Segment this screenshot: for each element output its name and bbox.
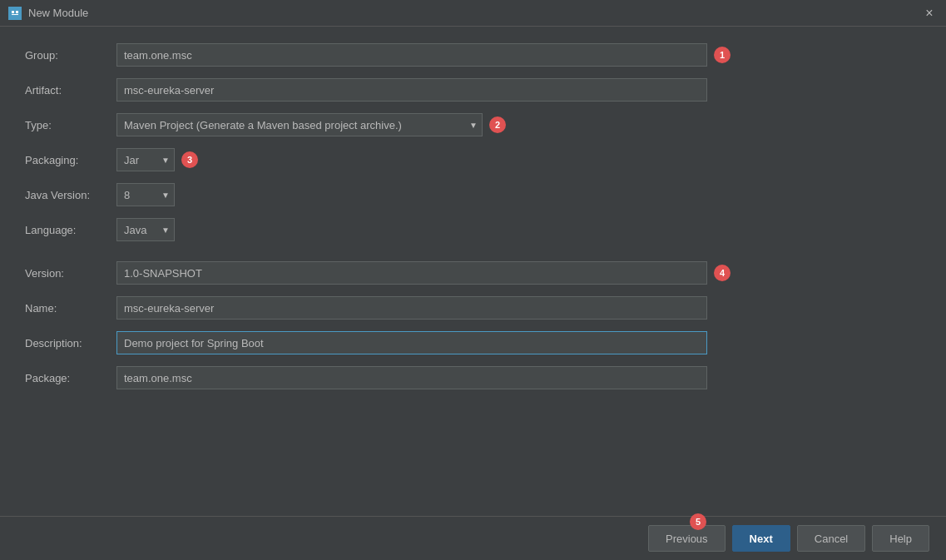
badge-4: 4 [714, 265, 731, 281]
svg-rect-3 [12, 14, 18, 15]
type-label: Type: [25, 119, 116, 131]
version-row: Version: 4 [25, 261, 921, 285]
artifact-input[interactable] [116, 78, 707, 102]
badge-3: 3 [181, 151, 198, 168]
packaging-label: Packaging: [25, 154, 116, 166]
description-label: Description: [25, 337, 116, 349]
description-row: Description: [25, 331, 921, 354]
svg-rect-2 [16, 11, 18, 13]
cancel-button[interactable]: Cancel [797, 525, 865, 552]
packaging-select-wrapper: Jar War ▼ [116, 148, 175, 171]
language-row: Language: Java Kotlin Groovy ▼ [25, 218, 921, 241]
title-bar: New Module × [0, 0, 946, 27]
form-area: Group: 1 Artifact: Type: Maven Project (… [25, 43, 921, 499]
language-select-wrapper: Java Kotlin Groovy ▼ [116, 218, 175, 241]
language-label: Language: [25, 224, 116, 236]
java-version-select-wrapper: 8 11 17 ▼ [116, 183, 175, 206]
description-input[interactable] [116, 331, 707, 354]
next-button[interactable]: Next [732, 525, 790, 552]
package-label: Package: [25, 372, 116, 384]
packaging-select[interactable]: Jar War [116, 148, 175, 171]
help-button[interactable]: Help [872, 525, 929, 552]
packaging-row: Packaging: Jar War ▼ 3 [25, 148, 921, 171]
group-row: Group: 1 [25, 43, 921, 67]
java-version-row: Java Version: 8 11 17 ▼ [25, 183, 921, 206]
name-label: Name: [25, 302, 116, 315]
bottom-bar: 5 Previous Next Cancel Help [0, 516, 946, 560]
name-input[interactable] [116, 296, 707, 320]
language-select[interactable]: Java Kotlin Groovy [116, 218, 175, 241]
group-input[interactable] [116, 43, 707, 67]
type-row: Type: Maven Project (Generate a Maven ba… [25, 113, 921, 136]
app-icon [8, 7, 22, 20]
version-input[interactable] [116, 261, 707, 285]
type-select[interactable]: Maven Project (Generate a Maven based pr… [116, 113, 483, 136]
badge-2: 2 [489, 116, 506, 133]
java-version-select[interactable]: 8 11 17 [116, 183, 175, 206]
artifact-row: Artifact: [25, 78, 921, 102]
window-title: New Module [28, 7, 921, 19]
type-select-wrapper: Maven Project (Generate a Maven based pr… [116, 113, 483, 136]
package-input[interactable] [116, 366, 707, 389]
package-row: Package: [25, 366, 921, 389]
svg-rect-1 [12, 11, 14, 13]
name-row: Name: [25, 296, 921, 320]
group-label: Group: [25, 49, 116, 62]
svg-rect-0 [10, 8, 20, 18]
version-label: Version: [25, 267, 116, 280]
java-version-label: Java Version: [25, 189, 116, 201]
badge-1: 1 [714, 47, 731, 63]
badge-5: 5 [690, 513, 706, 530]
previous-button[interactable]: Previous [648, 525, 726, 552]
dialog-content: Group: 1 Artifact: Type: Maven Project (… [0, 27, 946, 516]
close-button[interactable]: × [921, 5, 938, 22]
artifact-label: Artifact: [25, 84, 116, 97]
